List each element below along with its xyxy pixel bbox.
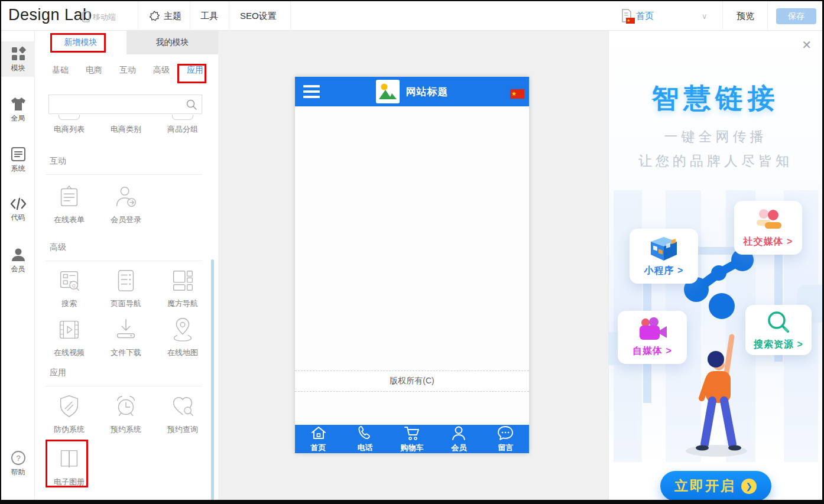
sidebar-label: 模块: [1, 63, 35, 73]
module-item-page-nav[interactable]: 页面导航: [98, 267, 154, 309]
category-app[interactable]: 应用: [187, 65, 203, 76]
nav-item-home[interactable]: 首页: [295, 425, 342, 453]
tab-add-module[interactable]: 新增模块: [35, 31, 126, 54]
module-item-label: 电商类别: [111, 124, 141, 135]
nav-label: 留言: [498, 443, 513, 453]
site-title[interactable]: 网站标题: [406, 85, 449, 99]
search-icon[interactable]: [186, 99, 197, 110]
save-button[interactable]: 保存: [776, 8, 816, 24]
divider: [46, 174, 202, 175]
svg-text:Q: Q: [72, 283, 76, 288]
nav-item-phone[interactable]: 电话: [342, 425, 388, 453]
sidebar-label: 系统: [1, 164, 35, 174]
system-list-icon: [11, 147, 26, 162]
category-ecommerce[interactable]: 电商: [86, 65, 102, 76]
menu-seo-settings[interactable]: SEO设置: [240, 1, 277, 31]
device-mode-indicator: 移动端: [82, 11, 116, 22]
card-label: 自媒体: [632, 346, 663, 356]
member-person-icon: [11, 247, 26, 262]
module-search-input[interactable]: [54, 95, 181, 113]
start-now-button[interactable]: 立即开启 ❯: [660, 471, 771, 500]
empty-cell: [98, 446, 154, 487]
divider: [229, 1, 229, 31]
clipped-icon: [172, 115, 193, 120]
module-item-file-download[interactable]: 文件下载: [98, 316, 154, 358]
clipped-icon: [59, 115, 80, 120]
panel-scrollbar[interactable]: [211, 259, 214, 500]
empty-cell: [154, 446, 211, 487]
china-flag-badge: ★: [626, 18, 635, 24]
chevron-down-icon[interactable]: ∨: [702, 1, 708, 31]
person-icon: [450, 425, 467, 441]
promo-subtitle-1: 一键全网传播: [609, 128, 822, 146]
tshirt-icon: [10, 96, 27, 112]
module-item-online-map[interactable]: 在线地图: [154, 316, 211, 358]
sidebar-item-system[interactable]: 系统: [1, 142, 35, 177]
module-item-online-video[interactable]: 在线视频: [41, 316, 98, 358]
module-item-booking-system[interactable]: 预约系统: [98, 393, 154, 435]
module-item-product-group[interactable]: 商品分组: [154, 115, 211, 135]
sidebar-label: 全局: [1, 113, 35, 123]
tab-my-modules[interactable]: 我的模块: [126, 31, 218, 54]
phone-icon: [357, 425, 374, 441]
online-video-icon: [56, 316, 83, 343]
module-row: 电子图册: [41, 446, 211, 487]
phone-brand: 网站标题: [295, 77, 529, 106]
category-advanced[interactable]: 高级: [153, 65, 170, 76]
social-media-people-icon: [753, 208, 784, 233]
module-item-search[interactable]: Q 搜索: [41, 267, 98, 309]
module-item-label: 电子图册: [54, 477, 85, 487]
module-row: 防伪系统 预约系统 预约查询: [41, 393, 211, 435]
promo-card-mini-program[interactable]: 小程序 >: [630, 229, 698, 284]
nav-item-message[interactable]: 留言: [482, 425, 529, 453]
promo-card-self-media[interactable]: 自媒体 >: [618, 311, 687, 364]
nav-label: 电话: [358, 443, 373, 453]
close-icon[interactable]: ✕: [802, 38, 812, 52]
module-item-ecom-list[interactable]: 电商列表: [41, 115, 98, 135]
promo-card-social-media[interactable]: 社交媒体 >: [734, 201, 802, 255]
nav-item-cart[interactable]: 购物车: [388, 425, 435, 453]
module-item-anti-fake[interactable]: 防伪系统: [41, 393, 98, 435]
module-item-booking-query[interactable]: 预约查询: [154, 393, 211, 435]
module-item-label: 魔方导航: [167, 298, 198, 309]
menu-seo-label: SEO设置: [240, 11, 277, 22]
sidebar-item-modules[interactable]: 模块: [1, 41, 35, 77]
language-flag-icon[interactable]: ★: [510, 89, 524, 99]
module-item-label: 在线地图: [167, 347, 198, 358]
search-module-icon: Q: [56, 267, 83, 294]
sidebar-item-member[interactable]: 会员: [1, 242, 35, 278]
divider: [46, 386, 202, 386]
sidebar-item-global[interactable]: 全局: [1, 92, 35, 127]
mobile-phone-icon: [82, 11, 90, 22]
menu-theme[interactable]: 主题: [148, 1, 181, 31]
promo-card-search-resource[interactable]: 搜索资源 >: [745, 305, 812, 355]
nav-label: 购物车: [401, 443, 424, 453]
copyright-block[interactable]: 版权所有(C): [295, 370, 529, 392]
site-logo-image[interactable]: [376, 80, 400, 103]
top-bar: Design Lab 移动端 主题 工具 SEO设置: [1, 1, 822, 31]
nav-item-member[interactable]: 会员: [436, 425, 482, 453]
module-item-label: 商品分组: [167, 124, 198, 135]
sidebar-item-code[interactable]: 代码: [1, 192, 35, 227]
app-window: Design Lab 移动端 主题 工具 SEO设置: [0, 0, 824, 504]
modules-grid-icon: [11, 46, 26, 61]
menu-tools[interactable]: 工具: [200, 1, 218, 31]
module-item-ecom-category[interactable]: 电商类别: [98, 115, 154, 135]
module-item-online-form[interactable]: 在线表单: [41, 183, 98, 225]
module-item-label: 搜索: [61, 298, 77, 309]
left-rail: 模块 全局 系统 代码 会员: [1, 31, 35, 500]
module-item-ebook-album[interactable]: 电子图册: [41, 446, 98, 487]
module-item-cube-nav[interactable]: 魔方导航: [154, 267, 211, 309]
menu-tools-label: 工具: [200, 11, 218, 22]
category-tabs: 基础 电商 互动 高级 应用: [52, 65, 203, 76]
module-item-member-login[interactable]: 会员登录: [98, 183, 154, 225]
page-selector[interactable]: ★ 首页: [621, 1, 654, 31]
hamburger-menu-icon[interactable]: [303, 85, 320, 101]
preview-button[interactable]: 预览: [737, 1, 754, 31]
category-basic[interactable]: 基础: [52, 65, 69, 76]
code-icon: [9, 197, 27, 211]
sidebar-label: 会员: [1, 264, 35, 274]
category-interactive[interactable]: 互动: [119, 65, 136, 76]
module-row: 在线表单 会员登录: [41, 183, 211, 225]
sidebar-item-help[interactable]: ? 帮助: [1, 446, 35, 481]
